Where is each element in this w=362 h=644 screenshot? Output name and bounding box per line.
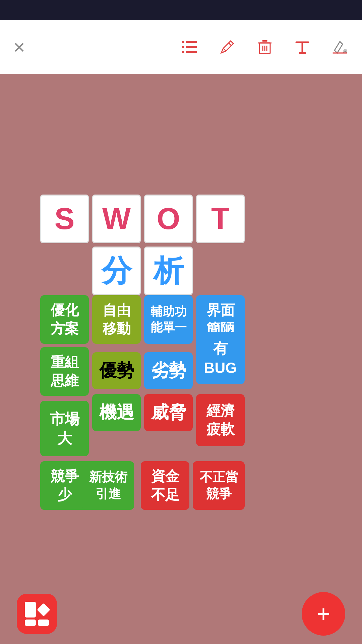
svg-rect-11 [333, 52, 347, 54]
svg-rect-4 [186, 46, 197, 48]
edit-icon[interactable] [219, 38, 236, 56]
tile-reorganize[interactable]: 重組 思維 [40, 347, 89, 396]
tile-unfair-comp[interactable]: 不正當 競爭 [193, 461, 245, 510]
tile-threat[interactable]: 威脅 [144, 394, 193, 431]
tile-fund-short[interactable]: 資金 不足 [141, 461, 189, 510]
tile-eco-soft[interactable]: 經濟 疲軟 [196, 394, 245, 446]
tile-s[interactable]: S [40, 195, 89, 243]
tile-t[interactable]: T [196, 195, 245, 243]
tile-new-tech[interactable]: 新技術 引進 [82, 461, 134, 510]
toolbar: × [0, 20, 362, 74]
svg-rect-2 [182, 51, 184, 53]
tile-free-move[interactable]: 自由 移動 [92, 295, 141, 344]
grid-fab[interactable] [17, 594, 57, 634]
bottom-bar: + [0, 584, 362, 644]
tile-disadvantage[interactable]: 劣勢 [144, 352, 193, 389]
canvas: S W O T 分 析 優化 方案 自由 移動 輔助功 能單一 界面 簡陋 重組… [0, 74, 362, 644]
text-icon[interactable] [294, 38, 311, 56]
add-fab[interactable]: + [302, 592, 345, 636]
tile-has-bug[interactable]: 有 BUG [196, 332, 245, 384]
tile-opportunity[interactable]: 機遇 [92, 394, 141, 431]
tile-w[interactable]: W [92, 195, 141, 243]
list-icon[interactable] [181, 38, 198, 56]
tile-opt-plan[interactable]: 優化 方案 [40, 295, 89, 344]
trash-icon[interactable] [256, 38, 274, 56]
svg-rect-0 [182, 41, 184, 43]
tile-advantage[interactable]: 優勢 [92, 352, 141, 389]
tile-xi[interactable]: 析 [144, 247, 193, 295]
svg-rect-1 [182, 46, 184, 48]
close-button[interactable]: × [13, 36, 25, 59]
tile-fen[interactable]: 分 [92, 247, 141, 295]
tile-assist-func[interactable]: 輔助功 能單一 [144, 295, 193, 344]
tile-market-big[interactable]: 市場 大 [40, 401, 89, 456]
fill-icon[interactable] [331, 38, 349, 56]
status-bar [0, 0, 362, 20]
tile-o[interactable]: O [144, 195, 193, 243]
svg-rect-5 [186, 51, 197, 53]
tile-comp-few[interactable]: 競爭 少 [40, 461, 89, 510]
svg-rect-3 [186, 41, 197, 43]
